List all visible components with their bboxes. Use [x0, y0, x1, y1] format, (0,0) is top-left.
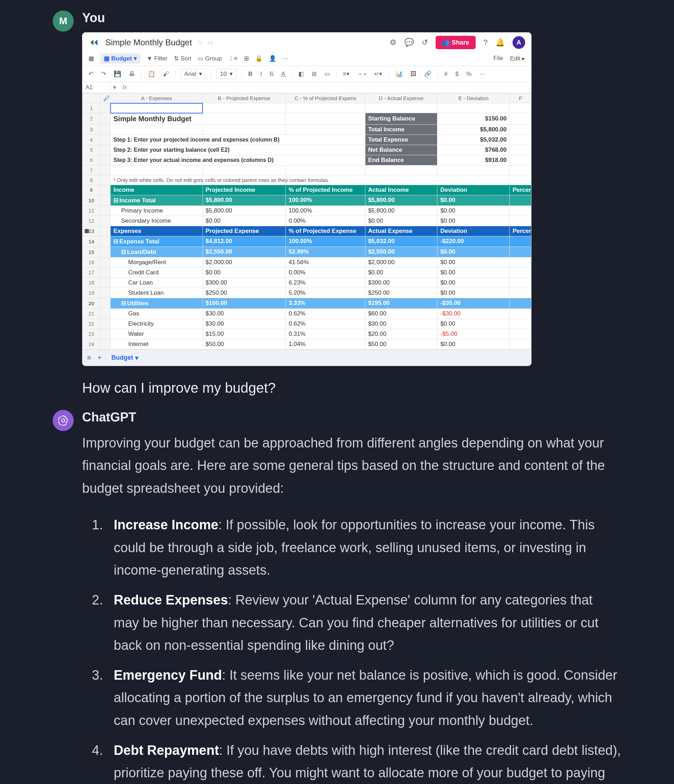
- income-header-row[interactable]: 9 Income Projected Income % of Projected…: [82, 185, 531, 195]
- svg-marker-1: [95, 40, 98, 46]
- toolbar-icon-1[interactable]: ⋮≡: [228, 55, 238, 62]
- group-button[interactable]: ▭ Group: [198, 55, 222, 62]
- row-21[interactable]: 21 Gas $30.000.62% $60.00-$30.00: [82, 308, 531, 319]
- row-1[interactable]: 1: [82, 103, 531, 113]
- grid-icon: ▦: [104, 55, 110, 62]
- folder-icon[interactable]: ▭: [208, 39, 213, 47]
- image-icon[interactable]: 🖼: [409, 71, 418, 78]
- fx-icon: ▾: [110, 84, 119, 91]
- share-icon: 👥: [442, 39, 450, 47]
- add-sheet-icon[interactable]: +: [98, 354, 102, 362]
- person-icon[interactable]: 👤: [269, 55, 276, 62]
- tip-item: Increase Income: If possible, look for o…: [107, 513, 621, 582]
- format-toolbar: ↶ ↷ 💾 🖶 📋 🖌 Arial ▾ 10 ▾ B I S A ◧ ⊞ ▭: [82, 66, 531, 82]
- row-11[interactable]: 11 Primary Income $5,800.00100.00% $5,80…: [82, 205, 531, 216]
- valign-icon[interactable]: ⫟▾: [356, 71, 368, 78]
- row-24[interactable]: 24 Internet $50.001.04% $50.00$0.00: [82, 339, 531, 349]
- font-color-icon[interactable]: A: [280, 71, 286, 78]
- app-logo-icon: [89, 37, 100, 48]
- sheet-view-selector[interactable]: ▦ Budget ▾: [100, 53, 140, 64]
- italic-icon[interactable]: I: [259, 71, 263, 78]
- automation-icon[interactable]: ⚙: [390, 38, 397, 47]
- border-icon[interactable]: ⊞: [310, 70, 318, 78]
- tip-item: Debt Repayment: If you have debts with h…: [107, 739, 621, 784]
- row-19[interactable]: 19 Student Loan $250.005.20% $250.00$0.0…: [82, 288, 531, 298]
- comment-icon[interactable]: 💬: [404, 38, 414, 47]
- expense-header-row[interactable]: 13 Expenses Projected Expense % of Proje…: [82, 226, 531, 236]
- strike-icon[interactable]: S: [268, 71, 275, 78]
- share-button[interactable]: 👥 Share: [436, 36, 476, 49]
- row-6[interactable]: 6 Step 3: Enter your actual income and e…: [82, 155, 531, 165]
- chart-icon[interactable]: 📊: [394, 70, 404, 78]
- bold-icon[interactable]: B: [247, 71, 254, 78]
- row-7[interactable]: 7: [82, 165, 531, 175]
- bot-avatar: [53, 410, 74, 431]
- formula-bar: A1 ▾ fx: [82, 82, 531, 93]
- wrap-icon[interactable]: ↵▾: [373, 70, 384, 78]
- notification-icon[interactable]: 🔔: [495, 38, 505, 47]
- loan-row[interactable]: 15 ⊟ Loan/Debt $2,550.0052.99% $2,550.00…: [82, 247, 531, 257]
- row-3[interactable]: 3 Total Income $5,800.00: [82, 124, 531, 135]
- row-16[interactable]: 16 Morgage/Rent $2,000.0041.56% $2,000.0…: [82, 257, 531, 267]
- tips-list: Increase Income: If possible, look for o…: [82, 513, 621, 784]
- chevron-down-icon: ▾: [134, 55, 137, 62]
- sheet-tab-budget[interactable]: Budget ▾: [108, 353, 142, 363]
- halign-icon[interactable]: ≡▾: [342, 70, 351, 78]
- edit-menu[interactable]: Edit ▸: [510, 55, 525, 62]
- more-format-icon[interactable]: ⋯: [478, 70, 487, 78]
- hash-icon[interactable]: #: [443, 71, 449, 78]
- spreadsheet-attachment: Simple Monthly Budget ☆ ▭ ⚙ 💬 ↺ 👥 Share …: [82, 32, 531, 366]
- star-icon[interactable]: ☆: [197, 39, 203, 47]
- profile-avatar[interactable]: A: [512, 36, 525, 49]
- clipboard-icon[interactable]: 📋: [146, 70, 157, 78]
- chevron-down-icon: ▾: [135, 354, 138, 362]
- file-menu[interactable]: File: [494, 55, 503, 62]
- cell-reference[interactable]: A1: [82, 82, 110, 93]
- sort-button[interactable]: ⇅ Sort: [174, 55, 191, 62]
- row-5[interactable]: 5 Step 2: Enter your starting balance (c…: [82, 145, 531, 155]
- svg-point-2: [62, 419, 65, 422]
- openai-logo-icon: [57, 414, 70, 427]
- row-17[interactable]: 17 Credit Card $0.000.00% $0.00$0.00: [82, 267, 531, 277]
- undo-icon[interactable]: ↶: [87, 70, 95, 78]
- row-22[interactable]: 22 Electricity $30.000.62% $30.00$0.00: [82, 319, 531, 329]
- row-2[interactable]: 2 Simple Monthly Budget Starting Balance…: [82, 113, 531, 125]
- view-toolbar: ▦ ▦ Budget ▾ ▼ Filter ⇅ Sort ▭ Group ⋮≡ …: [82, 51, 531, 66]
- fill-icon[interactable]: ◧: [297, 70, 305, 78]
- dollar-icon[interactable]: $: [454, 71, 460, 78]
- tip-item: Reduce Expenses: Review your 'Actual Exp…: [107, 589, 621, 657]
- toolbar-icon-2[interactable]: ⊞: [244, 55, 249, 62]
- row-4[interactable]: 4 Step 1: Enter your projected income an…: [82, 135, 531, 145]
- redo-icon[interactable]: ↷: [100, 70, 107, 78]
- row-18[interactable]: 18 Car Loan $300.006.23% $300.00$0.00: [82, 277, 531, 288]
- bot-intro: Improving your budget can be approached …: [82, 432, 621, 500]
- save-icon[interactable]: 💾: [112, 70, 123, 78]
- filter-button[interactable]: ▼ Filter: [147, 55, 168, 62]
- column-header-row[interactable]: 🔎 A - Expenses B - Projected Expense C -…: [82, 93, 531, 103]
- print-icon[interactable]: 🖶: [127, 71, 136, 78]
- link-icon[interactable]: 🔗: [422, 70, 433, 78]
- merge-icon[interactable]: ▭: [323, 70, 331, 78]
- history-icon[interactable]: ↺: [422, 38, 428, 47]
- percent-icon[interactable]: %: [465, 71, 473, 78]
- row-23[interactable]: 23 Water $15.000.31% $20.00-$5.00: [82, 329, 531, 339]
- bot-sender-label: ChatGPT: [82, 410, 621, 425]
- more-icon[interactable]: ⋯: [283, 55, 289, 62]
- format-painter-icon[interactable]: 🖌: [162, 71, 170, 78]
- font-selector[interactable]: Arial ▾: [180, 69, 206, 79]
- grid-view-icon[interactable]: ▦: [89, 55, 94, 62]
- spreadsheet-grid[interactable]: 🔎 A - Expenses B - Projected Expense C -…: [82, 93, 531, 350]
- menu-icon[interactable]: ≡: [87, 354, 91, 362]
- lock-icon[interactable]: 🔒: [255, 55, 262, 62]
- fx-label: fx: [119, 82, 130, 93]
- font-size-selector[interactable]: 10 ▾: [216, 69, 237, 79]
- help-icon[interactable]: ?: [483, 38, 488, 47]
- user-question-text: How can I improve my budget?: [82, 380, 621, 396]
- row-8[interactable]: 8 * Only edit white cells. Do not edit g…: [82, 175, 531, 185]
- share-label: Share: [452, 39, 469, 47]
- income-total-row[interactable]: 10 ⊟ Income Total $5,800.00 100.00% $5,8…: [82, 195, 531, 205]
- bot-message: ChatGPT Improving your budget can be app…: [53, 410, 621, 784]
- utilities-row[interactable]: 20 ⊟ Utilities $160.003.33% $195.00-$35.…: [82, 298, 531, 308]
- expense-total-row[interactable]: 14 ⊟ Expense Total $4,812.00 100.00% $5,…: [82, 236, 531, 247]
- row-12[interactable]: 12 Secondary Income $0.000.00% $0.00$0.0…: [82, 216, 531, 226]
